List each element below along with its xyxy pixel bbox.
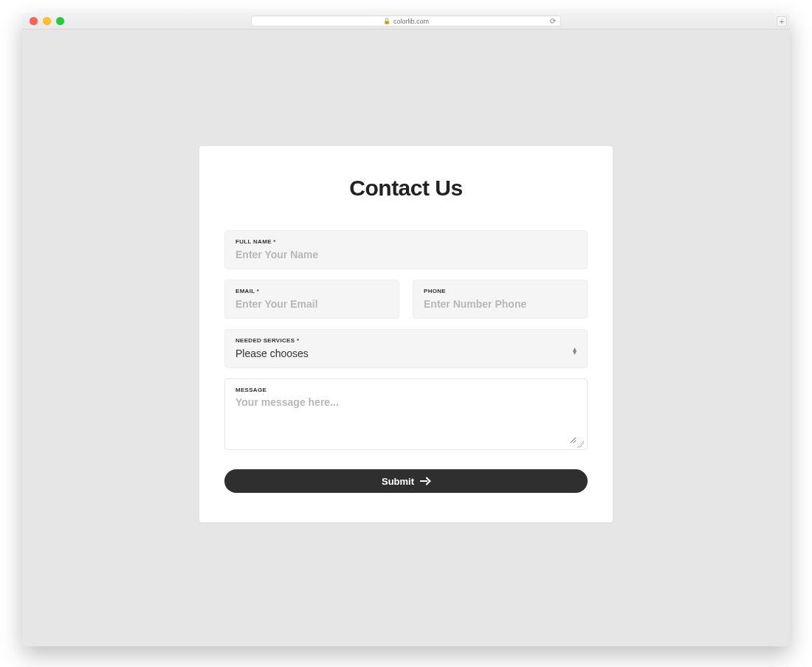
services-select[interactable]: Please chooses [235, 348, 577, 359]
phone-input[interactable] [424, 298, 577, 310]
new-tab-button[interactable]: + [777, 16, 787, 27]
browser-window: 🔒 colorlib.com ⟳ + Contact Us FULL NAME … [22, 13, 790, 646]
contact-card: Contact Us FULL NAME * EMAIL * PHONE NEE… [199, 146, 613, 522]
resize-grip-icon [577, 440, 584, 448]
message-field-wrap[interactable]: MESSAGE [224, 379, 588, 450]
email-field-wrap[interactable]: EMAIL * [224, 280, 399, 319]
lock-icon: 🔒 [383, 18, 390, 24]
url-host: colorlib.com [393, 18, 429, 25]
traffic-lights [30, 17, 64, 25]
message-label: MESSAGE [235, 387, 577, 393]
email-input[interactable] [235, 298, 388, 310]
email-label: EMAIL * [235, 288, 388, 294]
message-textarea[interactable] [235, 396, 577, 443]
services-label: NEEDED SERVICES * [235, 337, 577, 344]
full-name-field-wrap[interactable]: FULL NAME * [224, 230, 588, 269]
submit-button[interactable]: Submit [224, 469, 588, 493]
full-name-input[interactable] [235, 249, 577, 260]
services-field-wrap[interactable]: NEEDED SERVICES * Please chooses ▴▾ [224, 329, 588, 368]
close-window-button[interactable] [30, 17, 38, 25]
arrow-right-icon [420, 478, 430, 484]
address-bar[interactable]: 🔒 colorlib.com ⟳ [251, 15, 561, 27]
phone-field-wrap[interactable]: PHONE [413, 280, 588, 319]
page-viewport: Contact Us FULL NAME * EMAIL * PHONE NEE… [22, 30, 790, 646]
title-bar: 🔒 colorlib.com ⟳ + [22, 13, 790, 30]
page-title: Contact Us [224, 176, 588, 201]
reload-icon[interactable]: ⟳ [550, 17, 556, 25]
phone-label: PHONE [424, 288, 577, 294]
maximize-window-button[interactable] [56, 17, 64, 25]
minimize-window-button[interactable] [43, 17, 51, 25]
full-name-label: FULL NAME * [235, 238, 577, 245]
submit-label: Submit [382, 476, 414, 487]
